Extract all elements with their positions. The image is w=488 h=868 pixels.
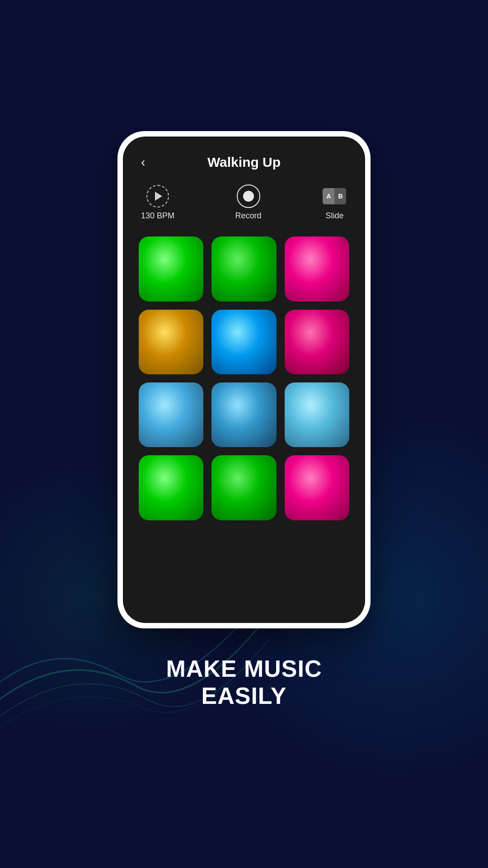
record-control[interactable]: Record [235,184,262,221]
record-icon-container [236,184,261,208]
phone-frame: ‹ Walking Up 130 BPM [117,131,371,628]
back-button[interactable]: ‹ [136,153,150,172]
record-dot-icon [243,191,254,202]
page-title: Walking Up [207,155,281,170]
bpm-control[interactable]: 130 BPM [141,184,174,221]
phone-screen: ‹ Walking Up 130 BPM [123,137,365,623]
pads-grid [136,236,352,520]
pad-1[interactable] [139,236,203,301]
pad-11[interactable] [211,455,276,520]
pad-3[interactable] [285,236,349,301]
tagline-line2: EASILY [166,683,322,710]
slide-control[interactable]: A B Slide [322,184,347,221]
controls-row: 130 BPM Record A B Slid [136,184,352,221]
tagline: MAKE MUSIC EASILY [166,656,322,710]
record-label: Record [235,211,262,221]
pad-2[interactable] [211,236,276,301]
pad-8[interactable] [211,382,276,447]
pad-7[interactable] [139,382,203,447]
pad-9[interactable] [285,382,349,447]
header: ‹ Walking Up [136,155,352,170]
pad-12[interactable] [285,455,349,520]
tagline-line1: MAKE MUSIC [166,656,322,683]
pad-4[interactable] [139,310,203,374]
slide-label: Slide [325,211,343,221]
bpm-circle-icon [146,185,169,208]
slide-ab-icon: A B [323,188,346,204]
slide-b-label: B [334,188,346,204]
pad-5[interactable] [211,310,276,374]
record-circle-icon [237,184,260,208]
slide-a-label: A [323,188,334,204]
pad-6[interactable] [285,310,349,374]
slide-icon-container: A B [322,184,347,208]
pad-10[interactable] [139,455,203,520]
bpm-label: 130 BPM [141,211,174,221]
bpm-arrow-icon [155,192,162,201]
bpm-icon-container [145,184,170,208]
